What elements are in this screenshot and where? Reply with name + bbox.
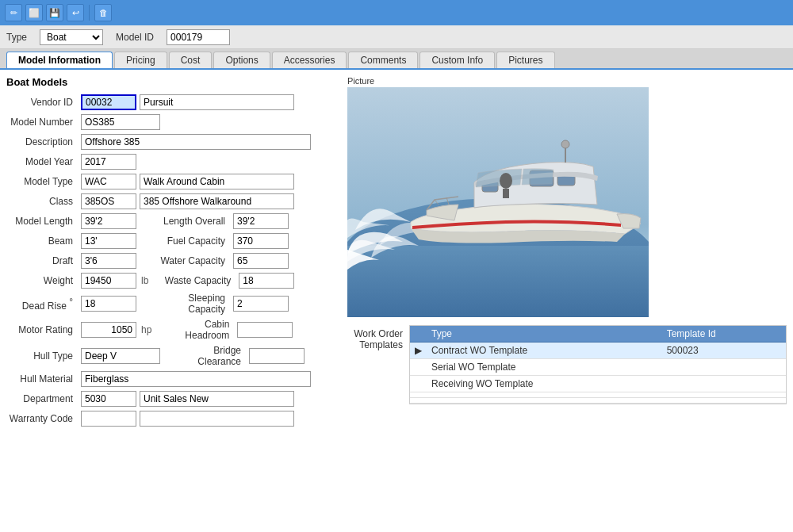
vendor-name-input[interactable] [140,94,294,110]
length-overall-label: Length Overall [159,216,230,227]
wo-type-cell: Receiving WO Template [427,376,662,392]
tab-custom-info[interactable]: Custom Info [419,52,495,68]
section-title: Boat Models [6,76,339,88]
class-code-input[interactable] [81,193,136,209]
left-panel: Boat Models Vendor ID Model Number Descr… [6,76,339,526]
model-year-row: Model Year [6,154,339,170]
waste-capacity-label: Waste Capacity [164,275,236,286]
department-row: Department [6,391,339,407]
class-name-input[interactable] [140,193,294,209]
weight-label: Weight [6,275,78,286]
edit-button[interactable]: ✏ [5,4,22,21]
picture-label: Picture [347,76,787,86]
sleeping-capacity-label: Sleeping Capacity [159,293,230,315]
hull-type-label: Hull Type [6,350,78,362]
description-label: Description [6,136,78,147]
row-arrow [410,359,427,376]
motor-rating-row: Motor Rating hp Cabin Headroom [6,319,339,341]
department-label: Department [6,393,78,404]
model-year-input[interactable] [81,154,136,170]
svg-point-7 [561,140,569,148]
model-length-row: Model Length Length Overall [6,213,339,229]
svg-rect-9 [503,189,509,198]
hull-material-input[interactable] [81,371,311,387]
model-type-name-input[interactable] [140,174,294,189]
tab-comments[interactable]: Comments [348,52,418,68]
model-length-label: Model Length [6,216,78,227]
delete-button[interactable]: 🗑 [94,4,112,21]
model-id-input[interactable] [167,29,230,45]
undo-button[interactable]: ↩ [67,4,84,21]
tab-options[interactable]: Options [213,52,270,68]
table-row[interactable] [410,392,786,398]
row-arrow [410,376,427,392]
bridge-clearance-input[interactable] [249,348,305,364]
vendor-id-row: Vendor ID [6,94,339,110]
work-order-table: Type Template Id ▶ Contract WO Template … [410,326,786,404]
dead-rise-row: Dead Rise ° Sleeping Capacity [6,293,339,315]
warranty-code-input[interactable] [81,411,136,427]
beam-input[interactable] [81,233,136,249]
svg-point-8 [500,173,512,189]
toolbar: ✏ ⬜ 💾 ↩ 🗑 [0,0,793,25]
fuel-capacity-input[interactable] [233,233,289,249]
wo-template-id-cell [662,359,786,376]
water-capacity-label: Water Capacity [159,255,230,266]
cabin-headroom-input[interactable] [237,322,293,338]
weight-row: Weight lb Waste Capacity [6,273,339,289]
model-type-code-input[interactable] [81,174,136,189]
model-number-input[interactable] [81,114,160,130]
copy-button[interactable]: ⬜ [25,4,43,21]
water-capacity-input[interactable] [233,253,289,269]
boat-picture [347,87,649,317]
tab-pricing[interactable]: Pricing [114,52,167,68]
vendor-id-input[interactable] [81,94,136,110]
model-number-row: Model Number [6,114,339,130]
department-name-input[interactable] [140,391,294,407]
svg-rect-2 [347,246,649,317]
wo-type-cell: Serial WO Template [427,359,662,376]
tab-pictures[interactable]: Pictures [496,52,554,68]
vendor-id-label: Vendor ID [6,97,78,108]
save-button[interactable]: 💾 [46,4,63,21]
hull-material-row: Hull Material [6,371,339,387]
tab-cost[interactable]: Cost [169,52,213,68]
main-content: Boat Models Vendor ID Model Number Descr… [0,70,793,532]
work-order-label: Work OrderTemplates [347,325,403,350]
hull-type-input[interactable] [81,348,160,364]
dead-rise-input[interactable] [81,296,136,312]
motor-rating-label: Motor Rating [6,324,78,335]
row-arrow: ▶ [410,343,427,359]
waste-capacity-input[interactable] [239,273,294,289]
type-select[interactable]: Boat [40,29,103,45]
right-panel: Picture [347,76,787,526]
model-length-input[interactable] [81,213,136,229]
draft-label: Draft [6,255,78,266]
tabs: Model Information Pricing Cost Options A… [0,49,793,70]
wo-type-cell: Contract WO Template [427,343,662,359]
motor-rating-input[interactable] [81,322,136,338]
hull-type-row: Hull Type Bridge Clearance [6,345,339,367]
tab-accessories[interactable]: Accessories [272,52,347,68]
model-number-label: Model Number [6,117,78,128]
sleeping-capacity-input[interactable] [233,296,289,312]
beam-row: Beam Fuel Capacity [6,233,339,249]
draft-input[interactable] [81,253,136,269]
table-row[interactable]: ▶ Contract WO Template 500023 [410,343,786,359]
weight-input[interactable] [81,273,136,289]
hull-material-label: Hull Material [6,373,78,385]
length-overall-input[interactable] [233,213,289,229]
department-input[interactable] [81,391,136,407]
toolbar-divider [89,5,90,21]
table-row[interactable]: Serial WO Template [410,359,786,376]
weight-unit: lb [141,275,148,286]
tab-model-information[interactable]: Model Information [6,52,113,68]
fuel-capacity-label: Fuel Capacity [159,235,230,247]
template-id-col-header: Template Id [662,326,786,343]
description-input[interactable] [81,134,311,150]
table-row[interactable]: Receiving WO Template [410,376,786,392]
wo-template-id-cell: 500023 [662,343,786,359]
cabin-headroom-label: Cabin Headroom [163,319,234,341]
table-row[interactable] [410,398,786,404]
warranty-code-name-input[interactable] [140,411,294,427]
